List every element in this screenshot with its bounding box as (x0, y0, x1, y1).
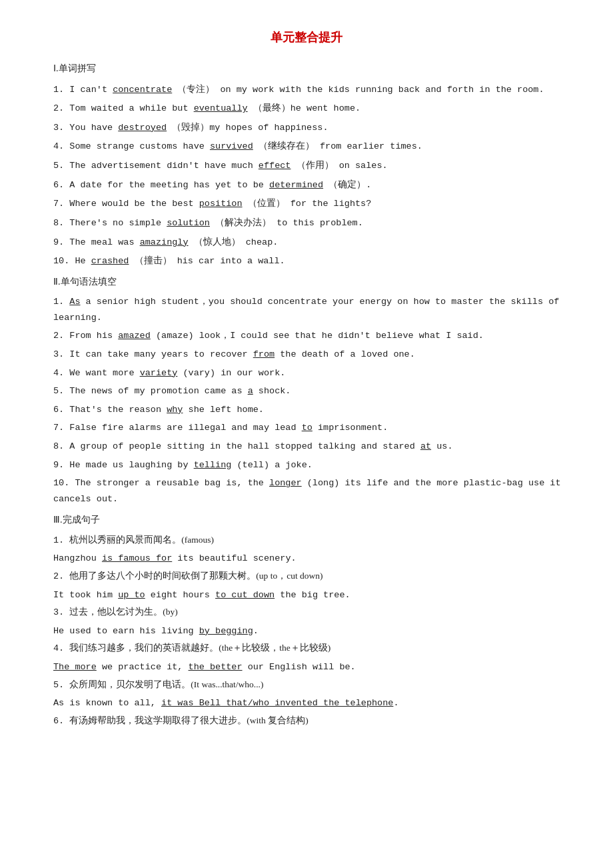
list-item: 6. 有汤姆帮助我，我这学期取得了很大进步。(with 复合结构) (40, 713, 573, 729)
list-item: 1. 杭州以秀丽的风景而闻名。(famous) (40, 532, 573, 549)
list-item: 6. A date for the meeting has yet to be … (40, 177, 573, 193)
list-item: 9. He made us laughing by telling (tell)… (40, 457, 573, 473)
list-item: 8. There's no simple solution （解决办法） to … (40, 215, 573, 231)
list-item: 4. 我们练习越多，我们的英语就越好。(the＋比较级，the＋比较级) (40, 640, 573, 657)
item-num: 1. I can't concentrate （专注） on my work w… (53, 85, 544, 95)
list-item: 10. The stronger a reusable bag is, the … (40, 475, 573, 507)
list-item: 4. Some strange customs have survived （继… (40, 138, 573, 155)
list-item: 3. You have destroyed （毁掉）my hopes of ha… (40, 119, 573, 136)
list-item: 7. Where would be the best position （位置）… (40, 195, 573, 212)
list-item: 1. As a senior high student，you should c… (40, 294, 573, 325)
list-item: 5. The news of my promotion came as a sh… (40, 383, 573, 399)
answer-line: The more we practice it, the better our … (40, 659, 573, 675)
answer-line: It took him up to eight hours to cut dow… (40, 587, 573, 603)
section3-heading: Ⅲ.完成句子 (53, 511, 573, 528)
list-item: 3. It can take many years to recover fro… (40, 347, 573, 363)
list-item: 6. That's the reason why she left home. (40, 402, 573, 418)
section1: Ⅰ.单词拼写 1. I can't concentrate （专注） on my… (40, 60, 573, 269)
list-item: 3. 过去，他以乞讨为生。(by) (40, 604, 573, 621)
list-item: 1. I can't concentrate （专注） on my work w… (40, 81, 573, 98)
list-item: 2. Tom waited a while but eventually （最终… (40, 100, 573, 117)
list-item: 5. The advertisement didn't have much ef… (40, 157, 573, 174)
answer-line: As is known to all, it was Bell that/who… (40, 695, 573, 711)
list-item: 5. 众所周知，贝尔发明了电话。(It was...that/who...) (40, 677, 573, 693)
list-item: 2. 他用了多达八个小时的时间砍倒了那颗大树。(up to，cut down) (40, 568, 573, 585)
section3: Ⅲ.完成句子 1. 杭州以秀丽的风景而闻名。(famous) Hangzhou … (40, 511, 573, 729)
answer-line: He used to earn his living by begging. (40, 623, 573, 639)
list-item: 7. False fire alarms are illegal and may… (40, 420, 573, 436)
list-item: 8. A group of people sitting in the hall… (40, 439, 573, 455)
answer-line: Hangzhou is famous for its beautiful sce… (40, 551, 573, 567)
page-title: 单元整合提升 (40, 27, 573, 48)
section2-heading: Ⅱ.单句语法填空 (53, 273, 573, 290)
section1-heading: Ⅰ.单词拼写 (53, 60, 573, 77)
list-item: 9. The meal was amazingly （惊人地） cheap. (40, 234, 573, 251)
section2: Ⅱ.单句语法填空 1. As a senior high student，you… (40, 273, 573, 507)
list-item: 2. From his amazed (amaze) look，I could … (40, 328, 573, 344)
list-item: 4. We want more variety (vary) in our wo… (40, 365, 573, 381)
list-item: 10. He crashed （撞击） his car into a wall. (40, 253, 573, 269)
